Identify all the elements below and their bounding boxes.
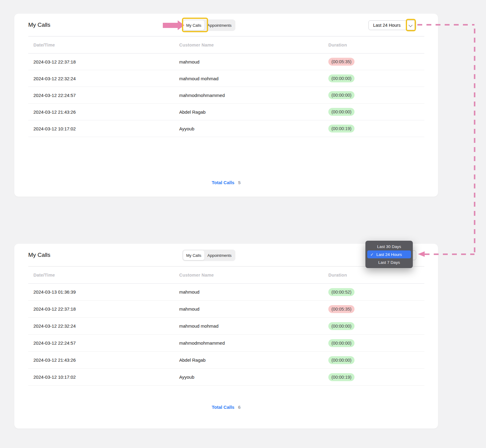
annotation-dashed-line-vertical xyxy=(474,29,475,253)
cell-datetime: 2024-03-12 22:32:24 xyxy=(33,323,179,329)
cell-datetime: 2024-03-12 22:24:57 xyxy=(33,340,179,346)
table-row: 2024-03-12 22:37:18 mahmoud (00:05:35) xyxy=(28,301,424,318)
menu-item-last-24-hours[interactable]: ✓ Last 24 Hours xyxy=(367,250,411,258)
duration-badge: (00:00:00) xyxy=(328,339,354,347)
menu-item-label: Last 24 Hours xyxy=(376,252,402,257)
table-header-row: Date/Time Customer Name Duration xyxy=(28,267,424,284)
page-title: My Calls xyxy=(28,22,50,28)
total-calls-value: 6 xyxy=(238,405,241,410)
my-calls-card-top: My Calls My Calls Appointments Last 24 H… xyxy=(14,14,438,197)
table-footer: Total Calls6 xyxy=(14,405,438,410)
cell-customer: mahmoud mohmad xyxy=(179,323,328,329)
cell-datetime: 2024-03-12 22:32:24 xyxy=(33,76,179,81)
duration-badge: (00:00:00) xyxy=(328,91,354,99)
duration-badge: (00:00:19) xyxy=(328,125,354,133)
cell-datetime: 2024-03-12 10:17:02 xyxy=(33,126,179,131)
total-calls-value: 5 xyxy=(238,180,241,185)
cell-customer: mahmoud mohmad xyxy=(179,76,328,81)
duration-badge: (00:05:35) xyxy=(328,58,354,66)
table-row: 2024-03-13 01:36:39 mahmoud (00:00:52) xyxy=(28,284,424,301)
time-range-select[interactable]: Last 24 Hours xyxy=(368,20,416,30)
time-range-value: Last 24 Hours xyxy=(373,23,400,28)
table-row: 2024-03-12 22:32:24 mahmoud mohmad (00:0… xyxy=(28,318,424,335)
tab-appointments[interactable]: Appointments xyxy=(204,20,235,30)
annotation-dashed-line-bottom xyxy=(425,253,474,255)
cell-datetime: 2024-03-12 21:43:26 xyxy=(33,357,179,363)
cell-datetime: 2024-03-12 22:37:18 xyxy=(33,59,179,64)
total-calls-label: Total Calls xyxy=(212,180,234,185)
table-footer: Total Calls5 xyxy=(14,180,438,185)
cell-customer: Abdel Ragab xyxy=(179,357,328,363)
table-row: 2024-03-12 22:24:57 mahmodmohmammed (00:… xyxy=(28,335,424,352)
cell-datetime: 2024-03-12 21:43:26 xyxy=(33,109,179,115)
checkmark-icon: ✓ xyxy=(370,252,374,257)
page: { "colors": { "accent_pink": "#e884b0", … xyxy=(0,0,486,448)
arrow-head xyxy=(178,20,184,30)
cell-customer: mahmoud xyxy=(179,289,328,295)
duration-badge: (00:00:00) xyxy=(328,74,354,82)
annotation-arrow-left-icon xyxy=(418,251,425,257)
menu-item-last-30-days[interactable]: Last 30 Days xyxy=(367,243,411,250)
annotation-arrow-right-icon xyxy=(163,20,184,30)
column-header-datetime: Date/Time xyxy=(33,43,179,47)
tab-appointments[interactable]: Appointments xyxy=(204,250,235,260)
my-calls-card-bottom: My Calls My Calls Appointments Last 24 H… xyxy=(14,244,438,429)
table-row: 2024-03-12 22:32:24 mahmoud mohmad (00:0… xyxy=(28,70,424,87)
time-range-dropdown-menu: Last 30 Days ✓ Last 24 Hours Last 7 Days xyxy=(365,241,413,268)
duration-badge: (00:00:00) xyxy=(328,108,354,116)
chevron-down-icon xyxy=(409,23,412,27)
tab-my-calls[interactable]: My Calls xyxy=(183,20,204,30)
view-toggle: My Calls Appointments xyxy=(182,19,235,31)
tab-my-calls[interactable]: My Calls xyxy=(183,250,204,260)
duration-badge: (00:00:00) xyxy=(328,322,354,330)
column-header-customer: Customer Name xyxy=(179,43,328,47)
column-header-datetime: Date/Time xyxy=(33,273,179,277)
table-row: 2024-03-12 21:43:26 Abdel Ragab (00:00:0… xyxy=(28,352,424,369)
cell-datetime: 2024-03-12 22:37:18 xyxy=(33,306,179,312)
annotation-dashed-line-top xyxy=(417,24,474,26)
menu-item-last-7-days[interactable]: Last 7 Days xyxy=(367,258,411,266)
cell-customer: mahmodmohmammed xyxy=(179,93,328,98)
duration-badge: (00:00:52) xyxy=(328,288,354,296)
cell-customer: Abdel Ragab xyxy=(179,109,328,115)
duration-badge: (00:00:00) xyxy=(328,356,354,364)
view-toggle: My Calls Appointments xyxy=(182,250,235,261)
duration-badge: (00:05:35) xyxy=(328,305,354,313)
cell-datetime: 2024-03-13 01:36:39 xyxy=(33,289,179,295)
cell-customer: Ayyoub xyxy=(179,126,328,131)
cell-datetime: 2024-03-12 22:24:57 xyxy=(33,93,179,98)
page-title: My Calls xyxy=(28,252,50,258)
table-row: 2024-03-12 22:24:57 mahmodmohmammed (00:… xyxy=(28,87,424,104)
table-row: 2024-03-12 10:17:02 Ayyoub (00:00:19) xyxy=(28,369,424,386)
table-row: 2024-03-12 10:17:02 Ayyoub (00:00:19) xyxy=(28,120,424,137)
arrow-tail xyxy=(163,23,178,28)
table-row: 2024-03-12 21:43:26 Abdel Ragab (00:00:0… xyxy=(28,104,424,120)
column-header-duration: Duration xyxy=(328,43,424,47)
table-header-row: Date/Time Customer Name Duration xyxy=(28,36,424,53)
table-row: 2024-03-12 22:37:18 mahmoud (00:05:35) xyxy=(28,53,424,70)
cell-customer: mahmoud xyxy=(179,59,328,64)
cell-datetime: 2024-03-12 10:17:02 xyxy=(33,374,179,380)
column-header-duration: Duration xyxy=(328,273,424,277)
cell-customer: mahmoud xyxy=(179,306,328,312)
cell-customer: Ayyoub xyxy=(179,374,328,380)
total-calls-label: Total Calls xyxy=(212,405,234,410)
column-header-customer: Customer Name xyxy=(179,273,328,277)
cell-customer: mahmodmohmammed xyxy=(179,340,328,346)
duration-badge: (00:00:19) xyxy=(328,373,354,381)
